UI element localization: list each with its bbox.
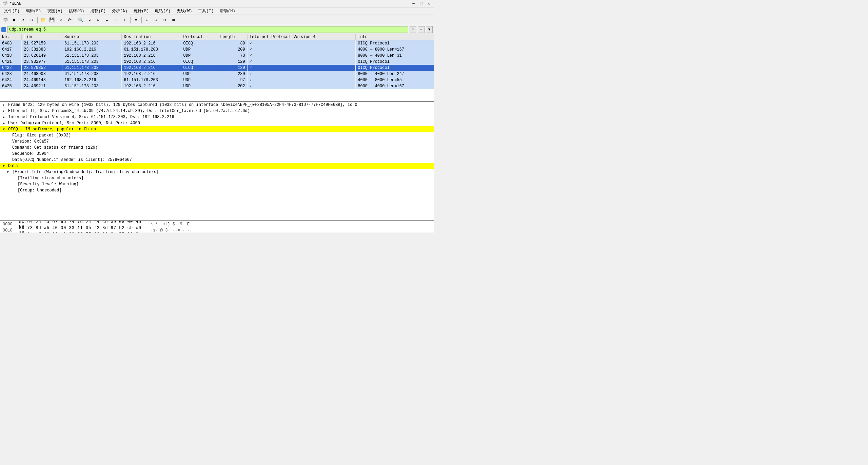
- open-btn[interactable]: 📁: [39, 16, 47, 24]
- col-ipv4[interactable]: Internet Protocol Version 4: [247, 34, 355, 40]
- col-destination[interactable]: Destination: [122, 34, 181, 40]
- menu-tools[interactable]: 工具(T): [195, 7, 216, 15]
- find-btn[interactable]: 🔍: [77, 16, 85, 24]
- cell-info: 8000 → 4000 Len=167: [356, 83, 434, 89]
- cell-no: 6421: [0, 59, 22, 65]
- cell-proto: UDP: [181, 71, 218, 77]
- table-row[interactable]: 6422 23.979852 61.151.178.203 192.168.2.…: [0, 65, 434, 71]
- cell-src: 61.151.178.203: [62, 71, 121, 77]
- tree-arrow[interactable]: ▶: [3, 103, 7, 107]
- filter-clear-btn[interactable]: ✕: [410, 26, 416, 33]
- cell-dst: 192.168.2.216: [122, 53, 181, 59]
- tree-arrow[interactable]: ▼: [3, 164, 7, 168]
- detail-row-trailing[interactable]: [Trailing stray characters]: [0, 175, 434, 181]
- table-row[interactable]: 6418 23.626149 61.151.178.203 192.168.2.…: [0, 53, 434, 59]
- menu-capture[interactable]: 捕获(C): [87, 7, 108, 15]
- maximize-button[interactable]: □: [419, 1, 424, 6]
- prev-btn[interactable]: ↑: [112, 16, 120, 24]
- col-source[interactable]: Source: [62, 34, 121, 40]
- cell-no: 6422: [0, 65, 22, 71]
- layout-btn[interactable]: ⊞: [170, 16, 178, 24]
- cell-src: 61.151.178.203: [62, 65, 121, 71]
- col-length[interactable]: Length: [218, 34, 248, 40]
- menu-wireless[interactable]: 无线(W): [174, 7, 195, 15]
- tree-arrow[interactable]: ▶: [3, 115, 7, 119]
- coloring-btn[interactable]: ≡: [132, 16, 140, 24]
- menu-view[interactable]: 视图(V): [44, 7, 65, 15]
- col-no[interactable]: No.: [0, 34, 22, 40]
- detail-row-oicq-flag[interactable]: Flag: Oicq packet (0x02): [0, 132, 434, 138]
- detail-row-group[interactable]: [Group: Undecoded]: [0, 187, 434, 193]
- cell-len: 209: [218, 46, 248, 53]
- filter-expand-btn[interactable]: ▼: [426, 26, 433, 33]
- close-file-btn[interactable]: ✕: [57, 16, 65, 24]
- tree-arrow[interactable]: ▶: [3, 121, 7, 125]
- detail-row-oicq-command[interactable]: Command: Get status of friend (129): [0, 145, 434, 151]
- detail-row-oicq-sequence[interactable]: Sequence: 35904: [0, 151, 434, 157]
- detail-row-frame[interactable]: ▶Frame 6422: 129 bytes on wire (1032 bit…: [0, 102, 434, 108]
- menu-file[interactable]: 文件(F): [1, 7, 22, 15]
- table-row[interactable]: 6423 24.468908 61.151.178.203 192.168.2.…: [0, 71, 434, 77]
- next-btn[interactable]: ↓: [121, 16, 129, 24]
- forward-btn[interactable]: ▸: [94, 16, 102, 24]
- menu-help[interactable]: 帮助(H): [217, 7, 238, 15]
- detail-row-expert-info[interactable]: ▼[Expert Info (Warning/Undecoded): Trail…: [0, 169, 434, 175]
- zoom-reset-btn[interactable]: ⊙: [161, 16, 169, 24]
- cell-info: OICQ Protocol: [356, 65, 434, 71]
- filter-indicator: [1, 27, 6, 32]
- tree-arrow[interactable]: ▶: [3, 109, 7, 113]
- cell-no: 6423: [0, 71, 22, 77]
- tree-arrow[interactable]: ▼: [3, 128, 7, 131]
- scroll-down-btn[interactable]: ↵: [103, 16, 111, 24]
- stop-btn[interactable]: ■: [10, 16, 18, 24]
- detail-row-data-section[interactable]: ▼Data:: [0, 163, 434, 169]
- detail-row-ethernet[interactable]: ▶Ethernet II, Src: PhicommS_f4:cb:39 (74…: [0, 108, 434, 114]
- save-btn[interactable]: 💾: [48, 16, 56, 24]
- restart-btn[interactable]: ↺: [19, 16, 27, 24]
- cell-dst: 192.168.2.216: [122, 59, 181, 65]
- close-button[interactable]: ✕: [426, 1, 431, 6]
- detail-row-udp[interactable]: ▶User Datagram Protocol, Src Port: 8000,…: [0, 120, 434, 126]
- detail-text: Flag: Oicq packet (0x02): [12, 133, 71, 138]
- col-time[interactable]: Time: [22, 34, 62, 40]
- shark-icon-btn[interactable]: 🦈: [1, 16, 9, 24]
- table-row[interactable]: 6408 21.927159 61.151.178.203 192.168.2.…: [0, 40, 434, 46]
- zoom-in-btn[interactable]: ⊕: [143, 16, 151, 24]
- filter-apply-btn[interactable]: →: [418, 26, 425, 33]
- col-protocol[interactable]: Protocol: [181, 34, 218, 40]
- zoom-out-btn[interactable]: ⊖: [152, 16, 160, 24]
- detail-text: OICQ - IM software, popular in China: [8, 127, 96, 132]
- cell-check: ✓: [247, 46, 355, 53]
- back-btn[interactable]: ◂: [85, 16, 94, 24]
- detail-row-oicq-version[interactable]: Version: 0x3a57: [0, 138, 434, 145]
- menu-edit[interactable]: 编辑(E): [23, 7, 44, 15]
- cell-no: 6425: [0, 83, 22, 89]
- detail-row-oicq-data[interactable]: Data(OICQ Number,if sender is client): 2…: [0, 157, 434, 163]
- window-title: *WLAN: [9, 1, 21, 6]
- capture-options-btn[interactable]: ⊙: [28, 16, 36, 24]
- detail-row-severity[interactable]: [Severity level: Warning]: [0, 181, 434, 187]
- detail-row-ipv4[interactable]: ▶Internet Protocol Version 4, Src: 61.15…: [0, 114, 434, 120]
- detail-text: Frame 6422: 129 bytes on wire (1032 bits…: [8, 103, 357, 107]
- menu-stats[interactable]: 统计(S): [131, 7, 152, 15]
- detail-row-oicq[interactable]: ▼OICQ - IM software, popular in China: [0, 126, 434, 132]
- table-row[interactable]: 6425 24.469211 61.151.178.203 192.168.2.…: [0, 83, 434, 89]
- cell-proto: OICQ: [181, 65, 218, 71]
- table-row[interactable]: 6417 23.381383 192.168.2.216 61.151.178.…: [0, 46, 434, 53]
- detail-text: [Trailing stray characters]: [18, 176, 83, 181]
- tree-arrow[interactable]: ▼: [7, 170, 11, 174]
- menu-jump[interactable]: 跳转(G): [66, 7, 87, 15]
- cell-check: ✓: [247, 77, 355, 83]
- menu-phone[interactable]: 电话(Y): [152, 7, 173, 15]
- table-row[interactable]: 6424 24.469148 192.168.2.216 61.151.178.…: [0, 77, 434, 83]
- cell-check: ✓: [247, 40, 355, 46]
- menu-analyze[interactable]: 分析(A): [109, 7, 130, 15]
- reload-btn[interactable]: ⟳: [65, 16, 74, 24]
- table-row[interactable]: 6421 23.932977 61.151.178.203 192.168.2.…: [0, 59, 434, 65]
- hex-offset: 0000: [3, 222, 16, 227]
- sep4: [141, 17, 142, 23]
- minimize-button[interactable]: —: [411, 1, 416, 6]
- cell-info: OICQ Protocol: [356, 40, 434, 46]
- filter-input[interactable]: udp.stream eq 5: [7, 26, 408, 33]
- col-info[interactable]: Info: [356, 34, 434, 40]
